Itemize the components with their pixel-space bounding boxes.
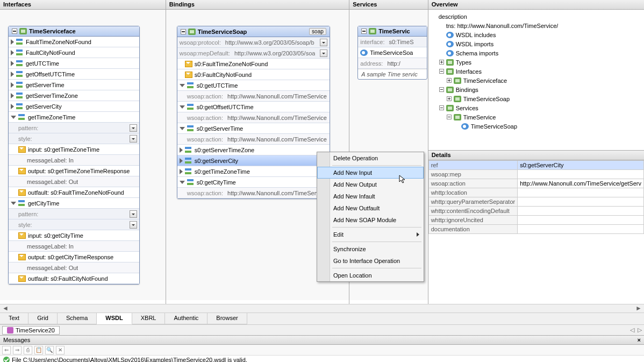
action-row[interactable]: wsoap:action:http://www.Nanonull.com/Tim…: [177, 188, 330, 198]
expand-icon[interactable]: [11, 93, 14, 98]
expand-icon[interactable]: [180, 84, 185, 87]
service-node-title[interactable]: TimeServic: [358, 26, 427, 37]
close-icon[interactable]: ×: [638, 337, 641, 343]
tree-toggle-icon[interactable]: [439, 105, 444, 110]
details-row[interactable]: refs0:getServerCity: [428, 161, 643, 170]
collapse-icon[interactable]: [181, 29, 186, 34]
view-tab[interactable]: Text: [0, 313, 28, 324]
tree-row[interactable]: description: [432, 12, 641, 21]
tool-button[interactable]: 📋: [34, 346, 43, 354]
tree-row[interactable]: Services: [432, 103, 641, 112]
dropdown-icon[interactable]: [320, 39, 327, 46]
collapse-icon[interactable]: [12, 29, 17, 34]
interface-operation-row[interactable]: getServerCity: [9, 101, 139, 112]
dropdown-icon[interactable]: [320, 49, 327, 57]
binding-operation-row[interactable]: s0:FaultCityNotFound: [177, 69, 330, 80]
property-row[interactable]: style:: [9, 219, 139, 230]
menu-item[interactable]: Open Location: [317, 269, 424, 281]
details-row[interactable]: whttp:contentEncodingDefault: [428, 207, 643, 216]
binding-operation-row[interactable]: s0:getServerTimeZone: [177, 145, 330, 155]
expand-icon[interactable]: [11, 61, 14, 66]
interface-operation-row[interactable]: getUTCTime: [9, 58, 139, 69]
tree-row[interactable]: Types: [432, 58, 641, 67]
tool-button[interactable]: ⇐: [2, 346, 11, 354]
tree-toggle-icon[interactable]: [447, 78, 452, 83]
property-row[interactable]: pattern:: [9, 123, 139, 133]
tree-row[interactable]: Interfaces: [432, 67, 641, 76]
collapse-icon[interactable]: [361, 29, 367, 34]
interface-operation-row[interactable]: getOffsetUTCTime: [9, 69, 139, 80]
menu-item[interactable]: Synchronize: [317, 243, 424, 255]
binding-operation-row[interactable]: s0:getTimeZoneTime: [177, 166, 330, 177]
binding-protocol-row[interactable]: wsoap:protocol: http://www.w3.org/2003/0…: [177, 37, 330, 48]
tree-row[interactable]: tns: http://www.Nanonull.com/TimeService…: [432, 21, 641, 30]
view-tab[interactable]: Authentic: [165, 313, 207, 324]
binding-operation-row[interactable]: s0:FaultTimeZoneNotFound: [177, 59, 330, 69]
details-value[interactable]: [518, 188, 644, 197]
menu-item[interactable]: Add New Infault: [317, 190, 424, 202]
details-row[interactable]: documentation: [428, 225, 643, 234]
service-interface-row[interactable]: interface: s0:TimeS: [358, 37, 427, 47]
expand-icon[interactable]: [11, 39, 14, 45]
binding-operation-row[interactable]: s0:getUTCTime: [177, 80, 330, 91]
expand-icon[interactable]: [180, 147, 183, 153]
view-tab[interactable]: Browser: [207, 313, 247, 324]
menu-item[interactable]: Add New Outfault: [317, 202, 424, 214]
tool-button[interactable]: ✕: [56, 346, 65, 354]
details-value[interactable]: s0:getServerCity: [518, 161, 644, 170]
tree-row[interactable]: Schema imports: [432, 48, 641, 58]
menu-item[interactable]: Go to Interface Operation: [317, 255, 424, 267]
interface-operation-row[interactable]: FaultTimeZoneNotFound: [9, 37, 139, 47]
tree-row[interactable]: WSDL imports: [432, 39, 641, 48]
details-row[interactable]: whttp:ignoreUncited: [428, 216, 643, 225]
expand-icon[interactable]: [180, 169, 183, 174]
tool-button[interactable]: ⎙: [24, 346, 32, 354]
view-tab[interactable]: Grid: [28, 313, 58, 324]
binding-mep-row[interactable]: wsoap:mepDefault: http://www.w3.org/2003…: [177, 48, 330, 59]
tool-button[interactable]: ⇒: [13, 346, 22, 354]
io-row[interactable]: outfault: s0:FaultTimeZoneNotFound: [9, 187, 139, 198]
interface-operation-row[interactable]: getServerTime: [9, 80, 139, 90]
dropdown-icon[interactable]: [130, 124, 137, 132]
interface-operation-row[interactable]: getServerTimeZone: [9, 90, 139, 101]
details-row[interactable]: wsoap:mep: [428, 170, 643, 179]
expand-icon[interactable]: [180, 158, 183, 164]
details-value[interactable]: [518, 225, 644, 234]
tree-toggle-icon[interactable]: [439, 60, 444, 65]
details-row[interactable]: wsoap:actionhttp://www.Nanonull.com/Time…: [428, 179, 643, 188]
binding-operation-row[interactable]: s0:getCityTime: [177, 177, 330, 188]
tree-toggle-icon[interactable]: [439, 87, 444, 92]
next-tab-icon[interactable]: ▷: [638, 326, 642, 333]
service-endpoint-row[interactable]: TimeServiceSoa: [358, 47, 427, 58]
tree-toggle-icon[interactable]: [447, 96, 452, 101]
dropdown-icon[interactable]: [130, 210, 137, 218]
details-value[interactable]: [518, 216, 644, 225]
binding-operation-row[interactable]: s0:getOffsetUTCTime: [177, 102, 330, 112]
file-tab[interactable]: TimeService20: [2, 326, 60, 335]
prev-tab-icon[interactable]: ◁: [630, 326, 634, 333]
details-value[interactable]: [518, 197, 644, 207]
property-row[interactable]: pattern:: [9, 209, 139, 219]
view-tab[interactable]: XBRL: [132, 313, 166, 324]
dropdown-icon[interactable]: [130, 221, 137, 229]
menu-item[interactable]: Add New Output: [317, 179, 424, 190]
action-row[interactable]: wsoap:action:http://www.Nanonull.com/Tim…: [177, 134, 330, 145]
details-value[interactable]: [518, 170, 644, 179]
expand-icon[interactable]: [11, 202, 16, 205]
interface-operation-row[interactable]: getCityTime: [9, 198, 139, 209]
expand-icon[interactable]: [11, 72, 14, 77]
binding-operation-row[interactable]: s0:getServerTime: [177, 123, 330, 134]
io-row[interactable]: output: s0:getCityTimeResponse: [9, 252, 139, 262]
tree-row[interactable]: WSDL includes: [432, 30, 641, 39]
expand-icon[interactable]: [180, 181, 185, 184]
expand-icon[interactable]: [11, 116, 16, 119]
expand-icon[interactable]: [11, 104, 14, 109]
expand-icon[interactable]: [11, 82, 14, 88]
tree-row[interactable]: TimeService: [432, 112, 641, 122]
action-row[interactable]: wsoap:action:http://www.Nanonull.com/Tim…: [177, 91, 330, 102]
tree-row[interactable]: TimeServiceSoap: [432, 94, 641, 103]
view-tab[interactable]: WSDL: [97, 313, 132, 324]
dropdown-icon[interactable]: [130, 135, 137, 143]
property-row[interactable]: style:: [9, 133, 139, 144]
tree-row[interactable]: Bindings: [432, 85, 641, 94]
